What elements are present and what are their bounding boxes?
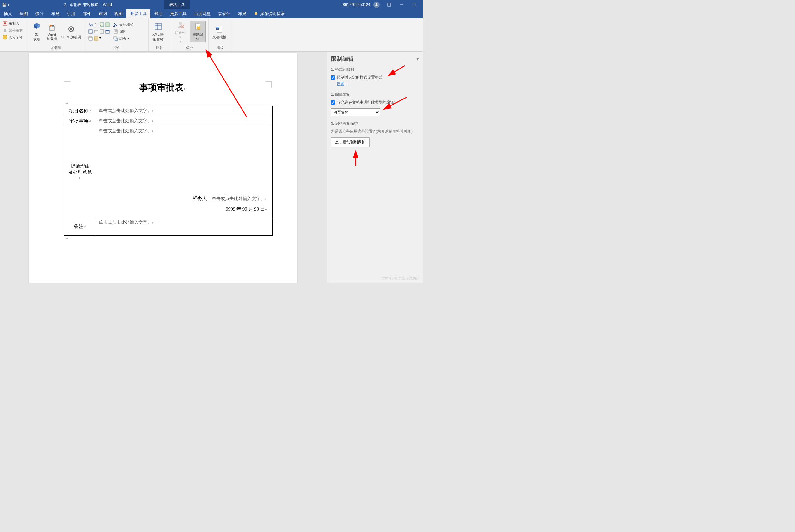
svg-rect-6	[5, 29, 6, 32]
svg-rect-39	[197, 27, 200, 30]
plain-text-control-icon[interactable]: Aa	[94, 22, 98, 27]
combobox-control-icon[interactable]	[94, 29, 98, 34]
handler-input[interactable]: 单击或点击此处输入文字。	[212, 196, 265, 201]
minimize-button[interactable]	[395, 0, 408, 10]
edit-restriction-checkbox[interactable]	[331, 100, 335, 104]
tab-design[interactable]: 设计	[32, 10, 48, 18]
watermark: CSDN @初九之潜龙勿用	[382, 276, 419, 281]
close-pane-icon[interactable]: ▾	[416, 56, 419, 62]
tab-review[interactable]: 审阅	[95, 10, 111, 18]
record-macro-button[interactable]: 录制宏	[2, 21, 19, 26]
properties-button[interactable]: 属性	[113, 29, 133, 34]
block-authors-icon	[176, 20, 185, 30]
row1-label: 项目名称	[69, 108, 88, 113]
document-template-button[interactable]: W 文档模板	[211, 24, 228, 39]
svg-point-12	[70, 28, 72, 30]
restore-button[interactable]: ❐	[408, 0, 421, 10]
svg-rect-5	[4, 29, 5, 32]
format-restriction-checkbox[interactable]	[331, 75, 335, 80]
edit-restriction-select[interactable]: 填写窗体	[331, 108, 380, 116]
design-mode-button[interactable]: 设计模式	[113, 22, 133, 27]
tab-baidu[interactable]: 百度网盘	[190, 10, 214, 18]
svg-point-36	[179, 22, 182, 25]
start-enforcement-button[interactable]: 是，启动强制保护	[331, 137, 369, 147]
document-title: 事项审批表	[139, 82, 184, 92]
qat-dropdown-icon[interactable]: ▾	[7, 3, 12, 7]
save-icon[interactable]: 💾	[2, 3, 6, 7]
row4-input[interactable]: 单击或点击此处输入文字。	[98, 220, 152, 225]
addins-button[interactable]: 加 载项	[30, 21, 43, 42]
date-control-icon[interactable]	[105, 29, 110, 34]
svg-text:W: W	[216, 27, 219, 30]
svg-point-16	[101, 24, 102, 25]
pause-recording-button[interactable]: 暂停录制	[2, 28, 23, 33]
legacy-tools-icon[interactable]	[94, 36, 98, 41]
group-template-label: 模板	[209, 45, 231, 52]
tab-mailings[interactable]: 邮件	[79, 10, 95, 18]
macro-security-button[interactable]: ! 宏安全性	[2, 35, 23, 40]
block-authors-button[interactable]: 阻止作者 ▾	[173, 20, 188, 43]
svg-rect-32	[155, 23, 161, 30]
tell-me-search[interactable]: 操作说明搜索	[250, 10, 285, 18]
sec1-title: 1. 格式化限制	[331, 67, 419, 72]
checkbox-control-icon[interactable]	[88, 29, 93, 34]
tab-tabledesign[interactable]: 表设计	[214, 10, 234, 18]
tab-help[interactable]: 帮助	[150, 10, 166, 18]
sec2-checkbox[interactable]: 仅允许在文档中进行此类型的编辑:	[331, 100, 419, 105]
row4-label: 备注	[74, 224, 84, 229]
picture-control-icon[interactable]	[99, 22, 104, 27]
window-title: 2、审批表 [兼容模式] - Word	[12, 2, 164, 7]
group-icon	[113, 36, 118, 41]
paragraph-mark: ↵	[66, 101, 69, 106]
rich-text-control-icon[interactable]: Aa	[88, 22, 93, 27]
svg-rect-8	[49, 26, 54, 30]
svg-rect-26	[113, 25, 115, 27]
group-mapping-label: 映射	[148, 45, 170, 52]
restrict-editing-button[interactable]: 限制编辑	[189, 21, 206, 42]
xml-mapping-icon	[153, 21, 163, 32]
row3-input[interactable]: 单击或点击此处输入文字。	[98, 129, 152, 133]
group-button[interactable]: 组合 ▾	[113, 36, 133, 41]
document-area[interactable]: 事项审批表↵ ↵ 项目名称↵ 单击或点击此处输入文字。↵ 审批事项↵ 单击或点击…	[0, 52, 326, 283]
row1-input[interactable]: 单击或点击此处输入文字。	[98, 108, 152, 113]
svg-text:!: !	[5, 36, 6, 39]
xml-mapping-pane-button[interactable]: XML 映 射窗格	[151, 21, 165, 42]
date-field[interactable]: 9999 年 99 月 99 日	[226, 207, 265, 211]
contextual-tab-label: 表格工具	[164, 0, 189, 10]
tab-references[interactable]: 引用	[63, 10, 79, 18]
row2-input[interactable]: 单击或点击此处输入文字。	[98, 118, 152, 123]
margin-corner-tr	[265, 81, 272, 88]
tab-moretools[interactable]: 更多工具	[166, 10, 190, 18]
account-name[interactable]: 8617702250124	[343, 2, 370, 7]
word-addins-button[interactable]: Word 加载项	[45, 22, 59, 41]
titlebar: 💾 ▾ 2、审批表 [兼容模式] - Word 表格工具 86177022501…	[0, 0, 422, 10]
gear-icon	[66, 24, 76, 34]
sec1-checkbox[interactable]: 限制对选定的样式设置格式	[331, 75, 419, 80]
tell-me-label: 操作说明搜索	[260, 11, 285, 17]
svg-point-9	[50, 25, 52, 26]
tab-draw[interactable]: 绘图	[16, 10, 32, 18]
sec2-title: 2. 编辑限制	[331, 92, 419, 97]
repeating-control-icon[interactable]	[88, 36, 93, 41]
building-block-control-icon[interactable]	[105, 22, 110, 27]
svg-rect-20	[100, 30, 104, 34]
security-icon: !	[2, 35, 7, 40]
ribbon-display-button[interactable]	[383, 0, 395, 10]
svg-rect-22	[106, 30, 109, 31]
tab-layout[interactable]: 布局	[48, 10, 63, 18]
template-icon: W	[214, 24, 224, 34]
com-addins-button[interactable]: COM 加载项	[60, 24, 82, 39]
group-addins-label: 加载项	[27, 45, 85, 52]
avatar-icon[interactable]	[373, 2, 380, 8]
tab-view[interactable]: 视图	[111, 10, 126, 18]
dropdown-control-icon[interactable]	[99, 29, 104, 34]
tab-insert[interactable]: 插入	[0, 10, 16, 18]
sec3-desc: 您是否准备应用这些设置? (您可以稍后将其关闭)	[331, 129, 419, 134]
paragraph-mark: ↵	[66, 236, 69, 241]
tab-developer[interactable]: 开发工具	[126, 10, 150, 18]
sec1-settings-link[interactable]: 设置…	[331, 81, 419, 87]
row2-label: 审批事项	[69, 118, 88, 124]
record-macro-icon	[2, 21, 7, 26]
store-icon	[47, 22, 57, 32]
tab-tablelayout[interactable]: 布局	[234, 10, 250, 18]
